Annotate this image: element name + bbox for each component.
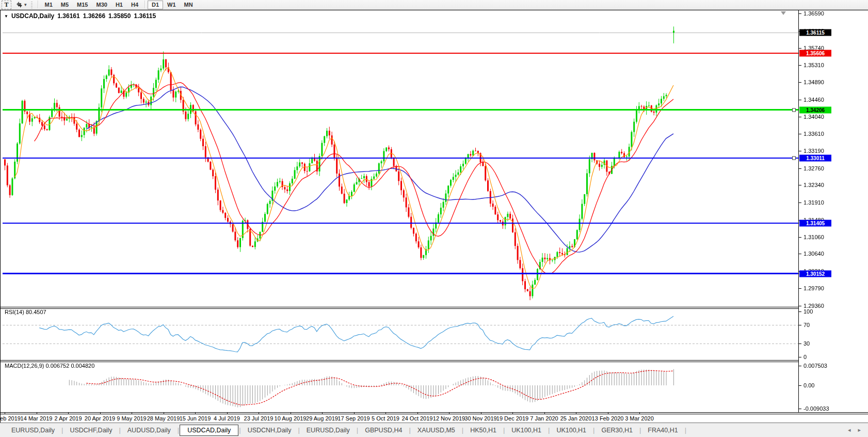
timeframe-button-MN[interactable]: MN	[180, 1, 197, 9]
level-line-1.35606[interactable]	[3, 53, 798, 54]
pane-separator[interactable]	[1, 360, 798, 362]
timeframe-button-M15[interactable]: M15	[73, 1, 92, 9]
price-tick-label: 1.31910	[803, 199, 824, 206]
level-line-handle[interactable]	[792, 108, 796, 112]
tab-scroll-arrows: ◂ ▸	[848, 427, 861, 433]
price-tick-mark	[799, 100, 801, 100]
chart-tab-USDCNH-Daily[interactable]: USDCNH,Daily	[242, 425, 298, 435]
timeframe-button-M30[interactable]: M30	[92, 1, 111, 9]
price-tick-mark	[799, 134, 801, 134]
price-tick-label: 1.29360	[803, 303, 824, 309]
chart-tab-UK100-H1[interactable]: UK100,H1	[505, 425, 548, 435]
chart-tab-GER30-H1[interactable]: GER30,H1	[595, 425, 638, 435]
date-tick-mark	[227, 413, 228, 414]
date-tick-mark	[259, 413, 259, 414]
date-tick-label: 9 May 2019	[117, 415, 146, 422]
chart-tab-XAUUSD-M5[interactable]: XAUUSD,M5	[411, 425, 461, 435]
price-tick-mark	[799, 288, 801, 289]
price-tick-mark	[799, 168, 801, 169]
chart-tab-EURUSD-Daily[interactable]: EURUSD,Daily	[300, 425, 356, 435]
price-tick-label: 1.34890	[803, 79, 824, 85]
timeframe-button-M5[interactable]: M5	[57, 1, 73, 9]
toolbar-separator	[144, 1, 146, 8]
pane-separator	[1, 412, 868, 414]
timeframe-button-H1[interactable]: H1	[111, 1, 127, 9]
timeframe-button-D1[interactable]: D1	[148, 1, 163, 9]
price-tick-label: 1.33190	[803, 148, 824, 154]
chart-tab-FRA40-H1[interactable]: FRA40,H1	[641, 425, 684, 435]
price-tick-label: 1.35310	[803, 62, 824, 68]
date-tick-label: 14 Mar 2019	[21, 415, 53, 422]
date-tick-mark	[608, 413, 608, 414]
chart-tab-EURUSD-Daily[interactable]: EURUSD,Daily	[5, 425, 61, 435]
date-tick-mark	[291, 413, 291, 414]
price-tick-label: 1.30640	[803, 251, 824, 257]
level-price-label: 1.35606	[799, 50, 831, 57]
chart-tab-HK50-H1[interactable]: HK50,H1	[464, 425, 503, 435]
rsi-tick-mark	[799, 357, 801, 357]
chart-window: ▼ USDCAD,Daily 1.36161 1.36266 1.35850 1…	[0, 10, 868, 423]
date-tick-mark	[68, 413, 69, 414]
level-line-1.33011[interactable]	[3, 158, 798, 159]
date-tick-mark	[322, 413, 323, 414]
chart-tab-USDCHF-Daily[interactable]: USDCHF,Daily	[63, 425, 118, 435]
text-tool-icon: T	[4, 1, 8, 9]
price-tick-mark	[799, 65, 801, 66]
rsi-tick-label: 100	[803, 308, 813, 315]
date-tick-mark	[100, 413, 101, 414]
tab-scroll-left-icon[interactable]: ◂	[848, 427, 851, 433]
price-tick-mark	[799, 185, 801, 185]
chart-symbol-label: USDCAD,Daily	[11, 12, 54, 20]
chart-title: ▼ USDCAD,Daily 1.36161 1.36266 1.35850 1…	[4, 12, 156, 20]
styles-tool-button[interactable]	[14, 1, 24, 9]
rsi-tick-mark	[799, 344, 801, 344]
macd-tick-label: -0.009033	[803, 405, 829, 412]
rsi-tick-mark	[799, 311, 801, 312]
tab-scroll-right-icon[interactable]: ▸	[858, 427, 861, 433]
chart-tab-AUDUSD-Daily[interactable]: AUDUSD,Daily	[121, 425, 177, 435]
timeframe-button-W1[interactable]: W1	[163, 1, 180, 9]
price-tick-label: 1.36590	[803, 10, 824, 17]
tabs-holder: EURUSD,Daily|USDCHF,Daily|AUDUSD,Daily|U…	[5, 425, 687, 436]
chart-tab-USDCAD-Daily[interactable]: USDCAD,Daily	[180, 425, 238, 436]
date-tick-label: 28 May 2019	[147, 415, 180, 422]
date-tick-label: 23 Feb 2019	[0, 415, 21, 422]
price-chart-canvas[interactable]	[3, 11, 798, 307]
chart-shift-marker-icon[interactable]	[781, 11, 786, 15]
rsi-canvas[interactable]	[3, 308, 798, 360]
pane-separator[interactable]	[1, 307, 798, 309]
text-tool-button[interactable]: T	[2, 1, 11, 9]
date-tick-label: 4 Jul 2019	[214, 415, 240, 422]
level-line-1.31405[interactable]	[3, 223, 798, 224]
price-tick-label: 1.34040	[803, 114, 824, 120]
symbol-marker-icon: ▼	[4, 14, 8, 19]
rsi-tick-label: 0	[803, 354, 807, 360]
date-tick-mark	[449, 413, 449, 414]
timeframe-button-group: M1M5M15M30H1H4D1W1MN	[36, 1, 197, 9]
date-tick-label: 5 Oct 2019	[372, 415, 399, 422]
level-price-label: 1.31405	[799, 220, 831, 226]
price-tick-mark	[799, 151, 801, 151]
date-tick-mark	[195, 413, 196, 414]
timeframe-button-M1[interactable]: M1	[41, 1, 57, 9]
level-line-1.34206[interactable]	[3, 109, 798, 111]
timeframe-button-H4[interactable]: H4	[127, 1, 142, 9]
chart-tab-GBPUSD-H4[interactable]: GBPUSD,H4	[359, 425, 408, 435]
price-tick-mark	[799, 13, 801, 14]
date-tick-mark	[544, 413, 545, 414]
date-tick-label: 20 Apr 2019	[85, 415, 115, 422]
date-tick-mark	[37, 413, 37, 414]
styles-dropdown-button[interactable]: ▾	[24, 2, 29, 7]
chart-tab-bar: EURUSD,Daily|USDCHF,Daily|AUDUSD,Daily|U…	[0, 423, 868, 437]
chart-tab-UK100-H1[interactable]: UK100,H1	[550, 425, 592, 435]
macd-tick-label: 0.007503	[803, 363, 827, 369]
level-line-1.30152[interactable]	[3, 273, 798, 274]
date-tick-label: 19 Dec 2019	[496, 415, 528, 422]
level-line-handle[interactable]	[792, 157, 796, 160]
toolbar-grip[interactable]	[31, 2, 33, 8]
date-tick-label: 23 Jul 2019	[244, 415, 274, 422]
date-tick-label: 10 Aug 2019	[275, 415, 307, 422]
macd-canvas[interactable]	[3, 362, 798, 412]
date-tick-mark	[385, 413, 386, 414]
price-tick-mark	[799, 306, 801, 306]
